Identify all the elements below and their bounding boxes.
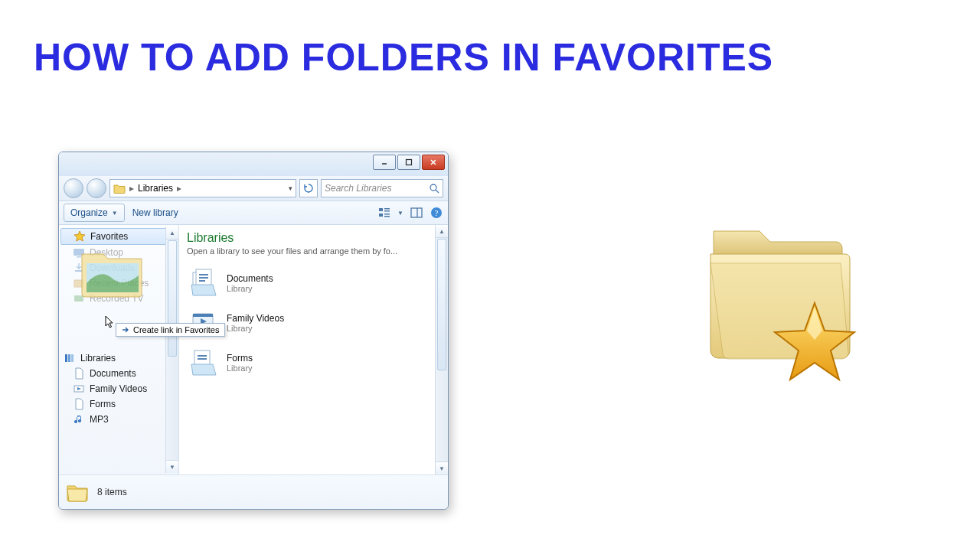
svg-text:?: ? (435, 208, 439, 217)
svg-rect-22 (71, 354, 74, 362)
organize-button[interactable]: Organize ▼ (64, 204, 125, 222)
search-placeholder: Search Libraries (325, 183, 391, 194)
recent-icon (73, 277, 85, 289)
breadcrumb-segment[interactable]: Libraries (138, 183, 173, 194)
document-icon (73, 398, 85, 410)
organize-label: Organize (70, 207, 108, 218)
svg-line-3 (436, 190, 439, 193)
help-button[interactable]: ? (430, 206, 443, 220)
favorites-group[interactable]: Favorites (60, 228, 177, 245)
maximize-button[interactable] (397, 155, 420, 170)
new-library-button[interactable]: New library (132, 207, 178, 218)
address-bar[interactable]: ▸ Libraries ▸ ▾ (109, 179, 296, 197)
content-subheading: Open a library to see your files and arr… (187, 246, 440, 256)
breadcrumb-separator: ▸ (177, 183, 181, 194)
svg-rect-9 (384, 216, 390, 217)
libraries-group[interactable]: Libraries (59, 350, 178, 366)
preview-pane-button[interactable] (410, 206, 423, 220)
svg-rect-4 (379, 208, 383, 211)
content-pane: Libraries Open a library to see your fil… (179, 225, 448, 474)
folder-icon (113, 182, 126, 194)
toolbar: Organize ▼ New library ▼ ? (59, 201, 448, 225)
chevron-down-icon: ▼ (112, 210, 118, 217)
svg-rect-15 (77, 256, 81, 258)
status-text: 8 items (97, 487, 127, 497)
scroll-thumb[interactable] (437, 239, 446, 370)
download-icon (73, 262, 85, 274)
minimize-button[interactable] (373, 155, 396, 170)
documents-library-icon (188, 268, 219, 298)
svg-rect-16 (75, 270, 83, 272)
scroll-thumb[interactable] (168, 240, 177, 357)
back-button[interactable] (64, 178, 83, 198)
video-icon (73, 383, 85, 395)
explorer-window: ▸ Libraries ▸ ▾ Search Libraries Organiz… (58, 152, 449, 510)
star-icon (74, 230, 86, 243)
breadcrumb-separator: ▸ (129, 183, 134, 194)
svg-rect-1 (407, 160, 412, 165)
close-button[interactable] (422, 155, 445, 170)
libraries-icon (64, 352, 76, 364)
sidebar-item-desktop[interactable]: Desktop (59, 245, 178, 260)
svg-rect-17 (74, 280, 83, 287)
content-scrollbar[interactable]: ▲ ▼ (435, 225, 448, 474)
svg-rect-33 (198, 355, 207, 357)
sidebar-item-documents[interactable]: Documents (59, 366, 178, 381)
titlebar (59, 152, 448, 176)
libraries-label: Libraries (80, 353, 116, 364)
library-item-family-videos[interactable]: Family Videos Library (187, 303, 440, 343)
svg-rect-10 (411, 208, 422, 217)
desktop-icon (73, 246, 85, 259)
tv-icon (73, 292, 85, 305)
sidebar-item-recorded-tv[interactable]: Recorded TV (59, 291, 178, 306)
svg-rect-20 (65, 354, 67, 362)
svg-rect-7 (379, 214, 383, 217)
svg-rect-34 (198, 358, 207, 360)
favorites-folder-illustration (691, 210, 867, 386)
svg-rect-14 (74, 249, 84, 256)
svg-point-2 (430, 184, 436, 191)
svg-rect-28 (199, 280, 205, 282)
sidebar-item-recent-places[interactable]: Recent Places (59, 276, 178, 291)
svg-rect-30 (193, 314, 213, 317)
address-dropdown-icon[interactable]: ▾ (289, 184, 292, 192)
library-item-forms[interactable]: Forms Library (187, 343, 440, 383)
forms-library-icon (188, 347, 219, 378)
scroll-up-icon[interactable]: ▲ (166, 227, 178, 240)
svg-rect-27 (199, 277, 208, 279)
sidebar-item-forms[interactable]: Forms (59, 396, 178, 412)
music-icon (73, 413, 85, 425)
search-icon (429, 183, 439, 194)
sidebar-item-family-videos[interactable]: Family Videos (59, 381, 178, 396)
svg-rect-26 (199, 274, 208, 276)
svg-rect-8 (384, 214, 390, 215)
folder-icon (65, 480, 90, 504)
library-item-documents[interactable]: Documents Library (187, 263, 440, 303)
svg-rect-21 (68, 354, 70, 362)
svg-rect-6 (384, 210, 390, 212)
document-icon (73, 367, 85, 380)
navigation-pane: Favorites Desktop Downloads Recent Place… (59, 225, 179, 474)
forward-button[interactable] (87, 178, 106, 198)
status-bar: 8 items (59, 474, 448, 509)
link-arrow-icon (121, 325, 130, 334)
page-title: HOW TO ADD FOLDERS IN FAVORITES (34, 35, 773, 80)
drag-tooltip: Create link in Favorites (116, 323, 225, 337)
sidebar-item-downloads[interactable]: Downloads (59, 260, 178, 276)
refresh-button[interactable] (299, 179, 318, 197)
drag-tooltip-text: Create link in Favorites (133, 325, 220, 334)
chevron-down-icon[interactable]: ▼ (397, 210, 403, 217)
svg-rect-18 (74, 295, 83, 302)
sidebar-item-mp3[interactable]: MP3 (59, 412, 178, 427)
scroll-down-icon[interactable]: ▼ (166, 460, 178, 473)
nav-row: ▸ Libraries ▸ ▾ Search Libraries (59, 176, 448, 201)
favorites-label: Favorites (90, 231, 128, 242)
view-options-button[interactable] (377, 206, 391, 220)
content-heading: Libraries (187, 231, 440, 245)
search-box[interactable]: Search Libraries (321, 179, 443, 197)
cursor-icon (105, 315, 116, 329)
scroll-up-icon[interactable]: ▲ (436, 225, 448, 238)
nav-scrollbar[interactable]: ▲ ▼ (165, 227, 178, 473)
scroll-down-icon[interactable]: ▼ (436, 461, 448, 474)
svg-rect-5 (384, 208, 390, 210)
